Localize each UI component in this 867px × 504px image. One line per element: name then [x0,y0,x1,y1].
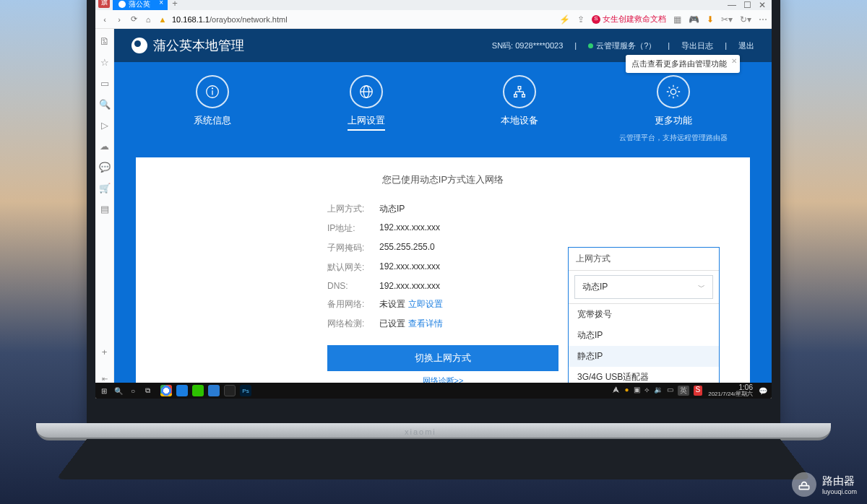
active-tab[interactable]: 蒲公英 × [113,0,168,10]
taskbar-app-icon[interactable] [208,385,220,396]
chevron-down-icon: ﹀ [698,282,705,292]
clock-date: 2021/7/24/星期六 [708,391,753,397]
row-dns: DNS:192.xxx.xxx.xxx [327,277,558,295]
taskbar-wechat-icon[interactable] [192,385,204,396]
tray-ime-icon[interactable]: 英 [678,386,689,396]
nav-label: 上网设置 [348,114,385,131]
rail-star-icon[interactable]: ☆ [100,57,109,68]
nav-reload-button[interactable]: ⟳ [129,14,139,24]
dropdown-option[interactable]: 静态IP [569,346,719,367]
tooltip-close-icon[interactable]: ✕ [731,57,737,65]
start-button[interactable]: ⊞ [100,386,108,395]
svg-rect-6 [518,87,521,90]
connection-status: 您已使用动态IP方式连入网络 [158,173,728,186]
taskbar-chrome-icon[interactable] [160,385,172,396]
window-close-button[interactable]: ✕ [759,0,766,10]
dropdown-option[interactable]: 宽带拨号 [569,304,719,325]
row-backup: 备用网络:未设置立即设置 [327,295,558,314]
cortana-icon[interactable]: ○ [129,386,137,395]
qr-icon[interactable]: ▦ [673,14,681,25]
window-minimize-button[interactable]: — [728,0,736,10]
nav-system-info[interactable]: 系统信息 [155,75,270,143]
window-controls: — ☐ ✕ [728,0,772,10]
tray-icon[interactable]: ▣ [634,386,640,396]
rail-search-icon[interactable]: 🔍 [99,99,111,110]
detect-detail-link[interactable]: 查看详情 [408,318,443,329]
tray-icon[interactable]: ● [624,386,629,396]
row-detect: 网络检测:已设置查看详情 [327,314,558,334]
rail-add-button[interactable]: + [102,347,108,357]
share-icon[interactable]: ⇪ [577,14,585,25]
nav-home-button[interactable]: ⌂ [143,15,153,24]
header-right: SN码: 0928****0023 | 云管理服务（?） | 导出日志 | 退出 [492,40,754,51]
dropdown-selected[interactable]: 动态IP ﹀ [574,275,713,299]
taskbar-app-icon[interactable] [176,385,188,396]
tray-battery-icon[interactable]: ▭ [667,386,673,396]
sn-label: SN码: [492,41,513,50]
rail-note-icon[interactable]: ▤ [100,204,109,214]
flash-icon[interactable]: ⚡ [559,14,570,25]
app-logo[interactable]: 蒲公英本地管理 [131,37,244,54]
nav-label: 更多功能 [655,114,692,127]
tray-volume-icon[interactable]: 🔉 [654,386,663,396]
download-icon[interactable]: ⬇ [707,14,714,25]
taskbar-clock[interactable]: 1:06 2021/7/24/星期六 [708,384,753,397]
rail-chat-icon[interactable]: 💬 [99,162,111,173]
logout-link[interactable]: 退出 [738,40,754,51]
dropdown-option[interactable]: 动态IP [569,325,719,346]
network-icon [503,75,536,108]
tray-icon[interactable]: ⮝ [613,386,620,396]
row-mask: 子网掩码:255.255.255.0 [327,238,558,258]
app-title: 蒲公英本地管理 [153,37,244,54]
row-gateway: 默认网关:192.xxx.xxx.xxx [327,258,558,277]
nav-back-button[interactable]: ‹ [100,15,110,24]
rail-book-icon[interactable]: ▭ [100,78,109,89]
rail-cloud-icon[interactable]: ☁ [100,141,109,152]
laptop-brand: xiaomi [405,427,436,436]
search-button[interactable]: 🔍 [114,386,123,395]
nav-more-features[interactable]: 更多功能 云管理平台，支持远程管理路由器 [616,75,731,143]
cloud-service-label: 云管理服务（?） [596,41,656,50]
row-method: 上网方式:动态IP [327,199,558,219]
window-maximize-button[interactable]: ☐ [743,0,751,10]
rail-cart-icon[interactable]: 🛒 [99,183,111,194]
tab-favicon-icon [118,1,126,8]
nav-local-devices[interactable]: 本地设备 [462,75,577,143]
rail-collapse-icon[interactable]: ⇤ [102,375,108,383]
taskbar-photoshop-icon[interactable]: Ps [240,385,251,396]
taskbar-apps: Ps [160,385,251,396]
tray-ime-cn-icon[interactable]: S [694,386,703,396]
promo-pill[interactable]: S 女生创建救命文档 [592,14,666,25]
address-bar-right: ⚡ ⇪ S 女生创建救命文档 ▦ 🎮 ⬇ ✂▾ ↻▾ ⋯ [559,14,767,25]
export-log-link[interactable]: 导出日志 [681,40,713,51]
task-view-button[interactable]: ⧉ [143,386,152,395]
windows-taskbar: ⊞ 🔍 ○ ⧉ Ps ⮝ ● ▣ ⟡ 🔉 ▭ [95,383,772,399]
more-icon[interactable]: ⋯ [759,14,767,25]
url-display[interactable]: 10.168.1.1/oraybox/network.html [172,15,288,24]
notification-center-icon[interactable]: 💬 [759,387,767,395]
row-ip: IP地址:192.xxx.xxx.xxx [327,219,558,238]
taskbar-app-icon[interactable] [224,385,236,396]
nav-label: 本地设备 [501,114,538,127]
scissors-icon[interactable]: ✂▾ [721,14,733,25]
backup-setup-link[interactable]: 立即设置 [408,299,443,309]
watermark-icon [792,472,816,497]
nav-forward-button[interactable]: › [114,15,124,24]
nav-internet-settings[interactable]: 上网设置 [309,75,424,143]
cloud-service-link[interactable]: 云管理服务（?） [588,40,656,51]
taskbar-right: ⮝ ● ▣ ⟡ 🔉 ▭ 英 S 1:06 2021/7/24/星期六 💬 [613,384,767,397]
tab-close-icon[interactable]: × [159,0,163,6]
switch-method-button[interactable]: 切换上网方式 [327,345,558,371]
sn-value: 0928****0023 [515,41,563,50]
nav-subtitle: 云管理平台，支持远程管理路由器 [619,133,728,143]
new-tab-button[interactable]: + [168,0,182,10]
info-icon [196,75,229,108]
tray-wifi-icon[interactable]: ⟡ [644,386,650,396]
rail-video-icon[interactable]: ▷ [101,120,108,131]
refresh-menu-icon[interactable]: ↻▾ [740,14,751,25]
rail-icon-1[interactable]: 🖻 [100,36,109,47]
nav-row: 点击查看更多路由管理功能 ✕ 系统信息 上网设置 [114,62,772,147]
gamepad-icon[interactable]: 🎮 [689,14,699,25]
svg-rect-7 [514,95,517,97]
address-bar: ‹ › ⟳ ⌂ ▲ 10.168.1.1/oraybox/network.htm… [95,10,772,29]
